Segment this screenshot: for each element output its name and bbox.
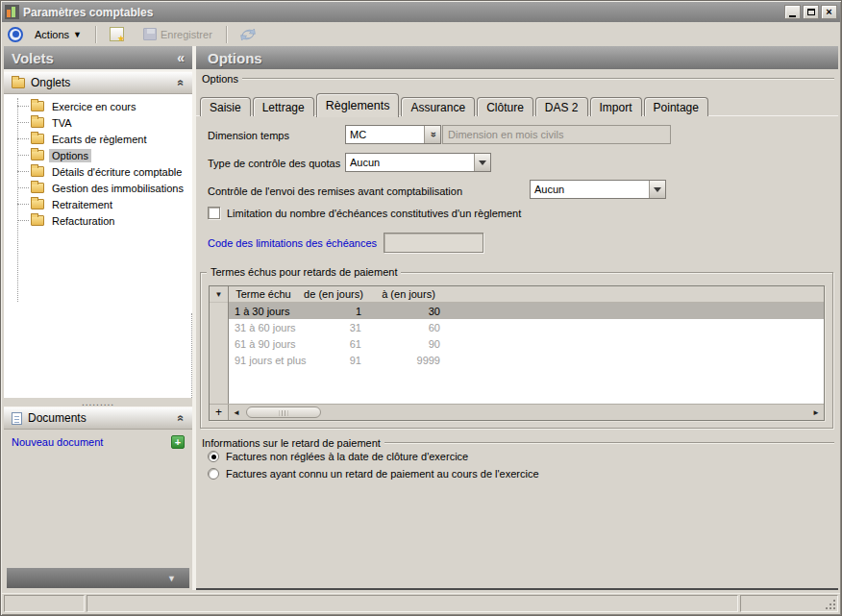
limitation-checkbox-label: Limitation du nombre d'échéances constit… xyxy=(227,208,521,219)
chevron-down-icon[interactable] xyxy=(474,154,490,171)
radio-icon[interactable] xyxy=(208,468,219,480)
tab-saisie[interactable]: Saisie xyxy=(200,97,251,116)
table-cell: 91 jours et plus xyxy=(229,352,298,368)
tab-das-2[interactable]: DAS 2 xyxy=(535,97,588,116)
sidebar-bottom-bar[interactable]: ▼ xyxy=(7,568,189,588)
chevron-down-icon[interactable] xyxy=(649,181,665,198)
table-cell: 31 xyxy=(298,319,369,335)
save-label: Enregistrer xyxy=(161,29,212,40)
code-limitations-input[interactable] xyxy=(384,233,483,253)
grid-header: Terme échude (en jours)à (en jours) xyxy=(229,286,824,303)
folder-icon xyxy=(31,183,44,193)
info-group-legend: Informations sur le retard de paiement xyxy=(200,436,838,450)
tree-item-exercice-en-cours[interactable]: Exercice en cours xyxy=(4,98,192,114)
tree-item-retraitement[interactable]: Retraitement xyxy=(4,196,192,212)
actions-button[interactable]: Actions ▼ xyxy=(27,26,89,43)
tree-item-gestion-des-immobilisations[interactable]: Gestion des immobilisations xyxy=(4,180,192,196)
dimension-temps-combo[interactable]: MC « xyxy=(345,125,441,144)
limitation-checkbox[interactable] xyxy=(208,207,220,219)
new-document-icon xyxy=(110,27,124,41)
tab-import[interactable]: Import xyxy=(590,97,642,116)
table-cell: 30 xyxy=(369,303,448,319)
save-button[interactable]: Enregistrer xyxy=(136,25,220,43)
collapse-section-icon[interactable]: « xyxy=(175,415,188,422)
resize-grip[interactable] xyxy=(825,599,836,610)
scroll-right-icon[interactable]: ► xyxy=(808,408,824,417)
folder-icon xyxy=(31,101,44,111)
radio-option-0[interactable]: Factures non réglées à la date de clôtur… xyxy=(208,451,468,462)
scrollbar-track[interactable] xyxy=(244,405,808,420)
controle-envoi-label: Contrôle de l'envoi des remises avant co… xyxy=(208,185,462,197)
close-button[interactable]: × xyxy=(821,5,837,19)
dimension-temps-value: MC xyxy=(346,129,424,140)
toolbar-separator xyxy=(95,26,96,43)
new-document-row: Nouveau document + xyxy=(4,430,192,455)
tree-item-options[interactable]: Options xyxy=(4,147,192,163)
info-group-label: Informations sur le retard de paiement xyxy=(200,437,384,449)
tree-item-d-tails-d-criture-comptable[interactable]: Détails d'écriture comptable xyxy=(4,163,192,180)
column-header[interactable]: à (en jours) xyxy=(369,286,448,302)
main-header: Options xyxy=(196,46,838,69)
controle-envoi-combo[interactable]: Aucun xyxy=(530,180,666,199)
folder-icon xyxy=(31,134,44,144)
add-row-button[interactable]: + xyxy=(210,405,229,420)
column-header[interactable]: de (en jours) xyxy=(298,286,369,302)
termes-group-label: Termes échus pour retards de paiement xyxy=(207,266,401,278)
app-icon xyxy=(5,5,19,19)
radio-option-1[interactable]: Factures ayant connu un retard de paieme… xyxy=(208,468,539,480)
tree-item-label: Gestion des immobilisations xyxy=(49,182,186,195)
grid-scrollbar-row: + ◄ ► xyxy=(210,404,824,420)
tab-pointage[interactable]: Pointage xyxy=(644,97,708,116)
minimize-button[interactable] xyxy=(784,5,801,19)
tree-empty-area xyxy=(4,313,192,398)
status-pane xyxy=(4,595,85,612)
new-document-link[interactable]: Nouveau document xyxy=(12,436,103,448)
table-row[interactable]: 91 jours et plus919999 xyxy=(229,352,824,368)
tab-r-glements[interactable]: Règlements xyxy=(316,93,400,117)
tree-item-label: Détails d'écriture comptable xyxy=(49,165,185,179)
status-pane xyxy=(87,595,738,612)
add-document-icon[interactable]: + xyxy=(171,435,185,449)
table-row[interactable]: 61 à 90 jours6190 xyxy=(229,335,824,352)
documents-section-header[interactable]: Documents « xyxy=(4,407,192,430)
code-limitations-link[interactable]: Code des limitations des échéances xyxy=(208,237,377,249)
controle-envoi-value: Aucun xyxy=(531,184,649,195)
folder-icon xyxy=(12,78,25,88)
new-document-button[interactable] xyxy=(102,24,132,44)
collapse-section-icon[interactable]: « xyxy=(175,80,188,86)
status-bar xyxy=(2,593,840,613)
tab-lettrage[interactable]: Lettrage xyxy=(253,97,314,116)
column-header[interactable]: Terme échu xyxy=(229,286,298,302)
tree-item-ecarts-de-r-glement[interactable]: Ecarts de règlement xyxy=(4,131,192,147)
save-icon xyxy=(143,28,157,40)
radio-icon[interactable] xyxy=(208,451,219,462)
onglets-section-header[interactable]: Onglets « xyxy=(4,71,192,94)
dimension-temps-description: Dimension en mois civils xyxy=(442,125,671,144)
table-cell: 1 xyxy=(298,303,369,319)
options-group-label: Options xyxy=(200,73,242,85)
sidebar-filler xyxy=(4,455,192,568)
table-row[interactable]: 1 à 30 jours130 xyxy=(229,303,824,319)
refresh-button[interactable] xyxy=(233,24,263,45)
tab-assurance[interactable]: Assurance xyxy=(401,97,475,116)
chevron-down-double-icon[interactable]: « xyxy=(424,126,440,143)
scrollbar-thumb[interactable] xyxy=(246,407,321,418)
tree-item-label: Exercice en cours xyxy=(49,100,138,113)
maximize-button[interactable] xyxy=(803,5,819,19)
tab-cl-ture[interactable]: Clôture xyxy=(477,97,533,116)
table-row[interactable]: 31 à 60 jours3160 xyxy=(229,319,824,335)
app-window: Paramètres comptables × Actions ▼ Enregi… xyxy=(0,0,842,616)
table-cell: 1 à 30 jours xyxy=(229,303,298,319)
scroll-left-icon[interactable]: ◄ xyxy=(229,408,244,417)
tree-item-refacturation[interactable]: Refacturation xyxy=(4,212,192,229)
table-cell: 91 xyxy=(298,352,369,368)
actions-label: Actions xyxy=(35,29,69,40)
table-cell: 90 xyxy=(369,335,448,352)
dropdown-arrow-icon: ▼ xyxy=(73,30,82,39)
tree-item-tva[interactable]: TVA xyxy=(4,114,192,131)
type-controle-quotas-combo[interactable]: Aucun xyxy=(345,153,491,172)
collapse-sidebar-icon[interactable]: « xyxy=(177,50,185,65)
tree-item-label: Options xyxy=(49,149,91,162)
sections-splitter[interactable]: ......... xyxy=(4,398,192,407)
main-panel: Options Options SaisieLettrageRèglements… xyxy=(196,46,838,590)
